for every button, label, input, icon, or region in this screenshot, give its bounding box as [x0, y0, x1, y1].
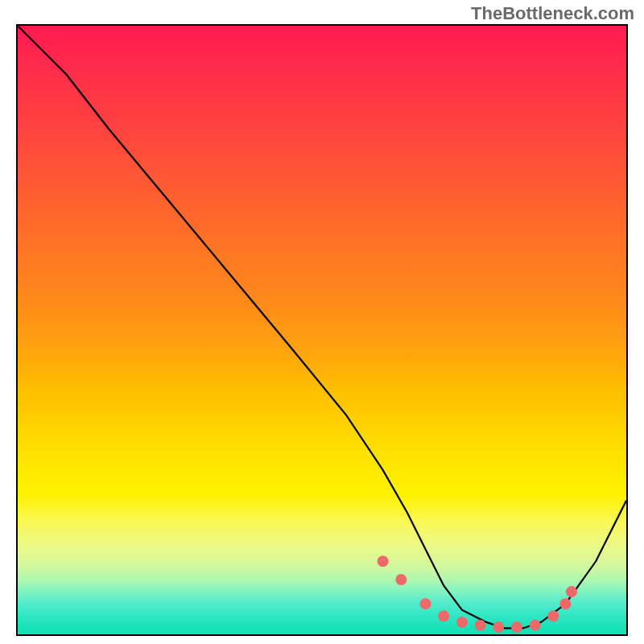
watermark-text: TheBottleneck.com: [471, 3, 634, 24]
marker-dot: [395, 574, 407, 585]
marker-dot: [559, 598, 571, 609]
marker-dot: [456, 617, 468, 628]
marker-dot: [511, 621, 522, 633]
marker-dot: [566, 586, 577, 597]
curve-line: [18, 26, 626, 628]
marker-dot: [547, 610, 559, 621]
marker-dot: [420, 598, 431, 609]
marker-dots: [378, 555, 577, 633]
marker-dot: [378, 555, 389, 567]
chart-svg: [18, 26, 626, 634]
chart-container: [16, 24, 628, 636]
marker-dot: [530, 620, 541, 631]
marker-dot: [438, 610, 449, 621]
marker-dot: [493, 621, 504, 633]
marker-dot: [475, 620, 486, 631]
